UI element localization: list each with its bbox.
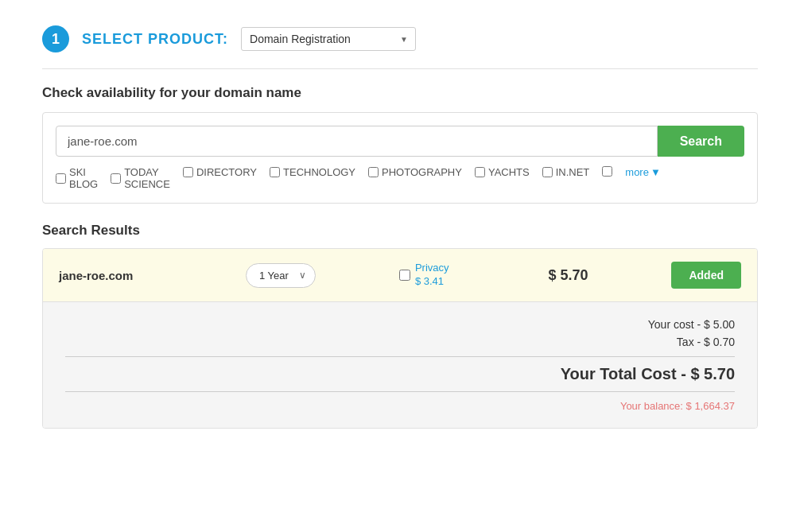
tld-yachts-checkbox[interactable] xyxy=(475,167,485,177)
step-header: 1 SELECT PRODUCT: Domain RegistrationWeb… xyxy=(42,16,758,62)
privacy-section: Privacy $ 3.41 xyxy=(399,262,449,289)
tld-photography-checkbox[interactable] xyxy=(368,167,379,177)
result-row: jane-roe.com 1 Year Privacy $ 3.41 $ 5.7… xyxy=(43,249,757,301)
search-box-wrapper: Search SKI BLOG TODAY SCIENCE xyxy=(42,112,758,204)
domain-check-title: Check availability for your domain name xyxy=(42,85,758,101)
domain-input[interactable] xyxy=(56,126,658,157)
tld-innet-checkbox[interactable] xyxy=(542,167,553,177)
tld-directory-checkbox[interactable] xyxy=(183,167,193,177)
tax-line: Tax - $ 0.70 xyxy=(65,336,735,348)
tld-today-checkbox[interactable] xyxy=(111,173,121,184)
cost-divider xyxy=(65,356,735,357)
total-line: Your Total Cost - $ 5.70 xyxy=(65,365,735,383)
cost-divider-2 xyxy=(65,391,735,392)
tld-ski-checkbox[interactable] xyxy=(56,173,66,184)
privacy-price: $ 3.41 xyxy=(415,275,449,289)
privacy-label: Privacy $ 3.41 xyxy=(415,262,449,289)
product-select[interactable]: Domain RegistrationWeb HostingSSL Certif… xyxy=(241,27,416,51)
year-select-wrapper[interactable]: 1 Year xyxy=(246,263,316,288)
search-row: Search xyxy=(56,126,744,157)
domain-check-section: Check availability for your domain name … xyxy=(42,85,758,204)
search-results-section: Search Results jane-roe.com 1 Year Priva… xyxy=(42,223,758,429)
tld-photography[interactable]: PHOTOGRAPHY xyxy=(368,166,462,178)
tld-ski-blog[interactable]: SKI BLOG xyxy=(56,166,98,190)
tld-options: SKI BLOG TODAY SCIENCE DIRECTORY xyxy=(56,166,744,190)
product-select-wrapper[interactable]: Domain RegistrationWeb HostingSSL Certif… xyxy=(241,27,416,51)
your-cost-line: Your cost - $ 5.00 xyxy=(65,318,735,331)
result-domain: jane-roe.com xyxy=(59,269,162,282)
privacy-checkbox[interactable] xyxy=(399,270,410,281)
more-link[interactable]: more ▼ xyxy=(625,166,661,178)
tld-innet[interactable]: IN.NET xyxy=(542,166,590,178)
tld-today-science[interactable]: TODAY SCIENCE xyxy=(111,166,170,190)
tld-technology-checkbox[interactable] xyxy=(270,167,280,177)
tld-yachts[interactable]: YACHTS xyxy=(475,166,530,178)
tld-extra-checkbox[interactable] xyxy=(602,166,612,177)
step-label: SELECT PRODUCT: xyxy=(82,31,228,48)
tld-directory[interactable]: DIRECTORY xyxy=(183,166,257,178)
balance-line: Your balance: $ 1,664.37 xyxy=(65,400,735,412)
domain-price: $ 5.70 xyxy=(532,267,588,284)
header-divider xyxy=(42,68,758,69)
privacy-name: Privacy xyxy=(415,262,449,275)
results-container: jane-roe.com 1 Year Privacy $ 3.41 $ 5.7… xyxy=(42,248,758,429)
tld-technology[interactable]: TECHNOLOGY xyxy=(270,166,355,178)
search-button[interactable]: Search xyxy=(658,126,744,157)
chevron-down-icon: ▼ xyxy=(650,166,661,178)
added-button[interactable]: Added xyxy=(671,262,741,289)
cost-summary: Your cost - $ 5.00 Tax - $ 0.70 Your Tot… xyxy=(43,301,757,428)
results-title: Search Results xyxy=(42,223,758,239)
step-number: 1 xyxy=(42,25,69,52)
year-select[interactable]: 1 Year xyxy=(246,263,316,288)
